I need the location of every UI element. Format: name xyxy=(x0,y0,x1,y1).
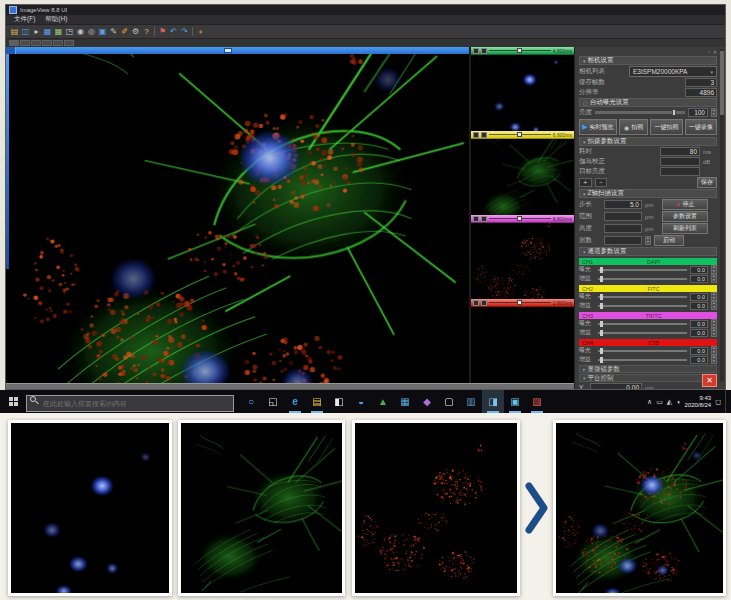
brightness-slider[interactable] xyxy=(595,111,685,114)
close-button[interactable]: ✕ xyxy=(702,374,717,387)
pointer-icon[interactable]: ▸ xyxy=(31,26,42,37)
battery-icon[interactable]: ▭ xyxy=(656,398,663,406)
channel-toggle-icon[interactable] xyxy=(481,48,487,54)
image-tab[interactable] xyxy=(20,40,30,46)
annotate-icon[interactable]: ✎ xyxy=(108,26,119,37)
capture-button[interactable]: ◉ 拍照 xyxy=(619,119,649,135)
resolution-value[interactable]: 4896 xyxy=(685,88,717,97)
slider-handle[interactable] xyxy=(672,109,676,116)
elapsed-value[interactable]: 80 xyxy=(660,147,700,156)
channel-toggle-icon[interactable] xyxy=(481,300,487,306)
gain-slider[interactable] xyxy=(598,278,687,280)
help-icon[interactable]: ? xyxy=(141,26,152,37)
file-explorer-icon[interactable]: ▤ xyxy=(306,390,328,413)
stepper-control[interactable]: ▴▾ xyxy=(711,108,717,117)
exposure-value[interactable]: 0.0 xyxy=(690,347,708,355)
open-folder-icon[interactable]: ▤ xyxy=(9,26,20,37)
copy-icon[interactable]: ◳ xyxy=(64,26,75,37)
horizontal-scrollbar[interactable] xyxy=(6,47,469,54)
step-size-value[interactable]: 5.0 xyxy=(604,200,642,209)
level-slider-handle[interactable] xyxy=(517,132,522,137)
exposure-slider[interactable] xyxy=(598,350,687,352)
channel-level-slider[interactable]: 4.800ms xyxy=(471,47,574,55)
image-tab[interactable] xyxy=(9,40,19,46)
level-slider-handle[interactable] xyxy=(517,48,522,53)
gain-value[interactable]: 0.0 xyxy=(690,302,708,310)
taskbar-search[interactable] xyxy=(26,392,234,412)
stage-control-section[interactable]: ▾ 平台控制 xyxy=(579,374,717,382)
layers-value[interactable] xyxy=(604,236,642,245)
range-value[interactable] xyxy=(604,212,642,221)
undo-icon[interactable]: ↶ xyxy=(168,26,179,37)
exposure-slider[interactable] xyxy=(598,269,687,271)
camera-select-dropdown[interactable]: E3ISPM20000KPA ▾ xyxy=(629,66,717,77)
menu-help[interactable]: 帮助(H) xyxy=(41,15,71,24)
stepper-control[interactable]: ▴▾ xyxy=(711,274,717,283)
menu-file[interactable]: 文件(F) xyxy=(10,15,39,24)
stepper-control[interactable]: ▴▾ xyxy=(711,292,717,301)
gain-slider[interactable] xyxy=(598,359,687,361)
panel-scrollbar[interactable] xyxy=(720,49,724,381)
gain-slider[interactable] xyxy=(598,332,687,334)
visual-studio-icon[interactable]: ◆ xyxy=(416,390,438,413)
merged-fluorescence-image[interactable] xyxy=(6,54,469,383)
height-value[interactable] xyxy=(604,224,642,233)
stepper-control[interactable]: ▴▾ xyxy=(645,236,651,245)
exposure-value[interactable]: 0.0 xyxy=(690,293,708,301)
channel-toggle-icon[interactable] xyxy=(473,216,479,222)
drive-icon[interactable]: ▲ xyxy=(372,390,394,413)
level-slider-handle[interactable] xyxy=(517,216,522,221)
exposure-value[interactable]: 0.0 xyxy=(690,320,708,328)
photoshop-icon[interactable]: ▨ xyxy=(526,390,548,413)
volume-icon[interactable]: ◖ xyxy=(676,398,680,405)
microscope-params-section[interactable]: ▸ 显微镜参数 xyxy=(579,365,717,373)
gain-value[interactable]: 0.0 xyxy=(690,275,708,283)
network-icon[interactable]: ◭ xyxy=(667,398,672,406)
fitc-channel-thumbnail[interactable] xyxy=(471,139,574,215)
search-input[interactable] xyxy=(26,395,234,412)
app-grid-icon[interactable]: ▥ xyxy=(460,390,482,413)
measure-icon[interactable]: ✐ xyxy=(119,26,130,37)
channel-toggle-icon[interactable] xyxy=(481,216,487,222)
gain-slider[interactable] xyxy=(598,305,687,307)
exposure-slider[interactable] xyxy=(598,323,687,325)
onedrive-icon[interactable]: ◒ xyxy=(350,390,372,413)
level-slider-handle[interactable] xyxy=(517,300,522,305)
stepper-control[interactable]: ▴▾ xyxy=(711,265,717,274)
tritc-channel-thumbnail[interactable] xyxy=(471,223,574,299)
channel-level-slider[interactable]: 8.800ms xyxy=(471,215,574,223)
stepper-control[interactable]: ▴▾ xyxy=(711,355,717,364)
channel-color-bar-cy5[interactable]: CH4 CY5 xyxy=(579,339,717,346)
channel-toggle-icon[interactable] xyxy=(473,48,479,54)
save-icon[interactable]: ◫ xyxy=(20,26,31,37)
store-icon[interactable]: ◧ xyxy=(328,390,350,413)
zstack-header[interactable]: ▾ Z轴扫描设置 xyxy=(579,189,717,198)
save-button[interactable]: 保存 xyxy=(697,177,717,188)
auto-exposure-header[interactable]: ▢ 自动曝光设置 xyxy=(579,98,717,107)
imaging-app-icon[interactable]: ◨ xyxy=(482,390,504,413)
channel-color-bar-fitc[interactable]: CH2 FITC xyxy=(579,285,717,292)
target-brightness-value[interactable] xyxy=(660,167,700,176)
dapi-channel-thumbnail[interactable] xyxy=(471,55,574,131)
image-tab[interactable] xyxy=(31,40,41,46)
zoom-icon[interactable]: ◎ xyxy=(86,26,97,37)
settings-gear-icon[interactable]: ⚙ xyxy=(130,26,141,37)
show-desktop-button[interactable] xyxy=(725,390,729,413)
channel-color-bar-dapi[interactable]: CH1 DAPI xyxy=(579,258,717,265)
scrollbar-handle[interactable] xyxy=(224,48,232,53)
task-view-icon[interactable]: ◱ xyxy=(262,390,284,413)
image-tab[interactable] xyxy=(64,40,74,46)
edge-icon[interactable]: e xyxy=(284,390,306,413)
brightness-value[interactable]: 100 xyxy=(688,108,708,117)
stage-y-value[interactable]: 0.00 xyxy=(590,383,642,389)
tray-expand-icon[interactable]: ∧ xyxy=(647,398,652,406)
record-button[interactable]: 一键录像 xyxy=(685,119,717,135)
image-window2-icon[interactable]: ▦ xyxy=(53,26,64,37)
flag-icon[interactable]: ⚑ xyxy=(157,26,168,37)
one-shot-button[interactable]: 一键拍照 xyxy=(650,119,682,135)
image-tab[interactable] xyxy=(53,40,63,46)
start-button[interactable]: 启动 xyxy=(654,235,684,246)
stepper-control[interactable]: ▴▾ xyxy=(711,301,717,310)
add-button[interactable]: ＋ xyxy=(579,178,592,187)
app-blue-icon[interactable]: ▦ xyxy=(394,390,416,413)
